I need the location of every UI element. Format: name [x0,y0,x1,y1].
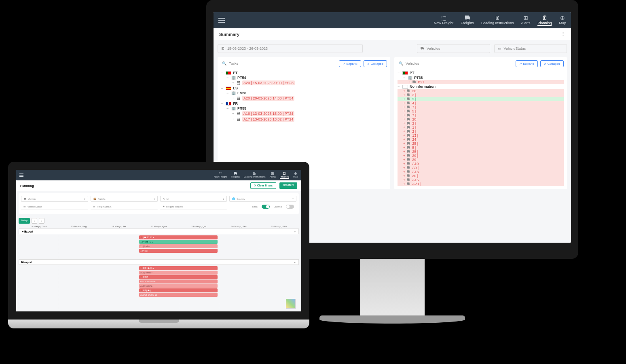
nav-freights[interactable]: ⛟Freights [231,171,240,179]
strict-toggle[interactable] [262,205,270,209]
nav-loading-instructions[interactable]: 🗎Loading Instructions [481,15,514,26]
tree-task[interactable]: +⛓ A20 | 20-03-2023 14:00 | PT54 [221,95,387,101]
search-icon: 🔍 [399,61,403,66]
menu-icon[interactable] [218,18,225,23]
tree-vehicle[interactable]: + A10 [398,162,564,166]
tree-location[interactable]: −🏢 PT54 [221,75,387,80]
tree-vehicle[interactable]: + 2 | [398,129,564,133]
calendar-event[interactable]: 📍 PT | ⛟ | [139,288,218,292]
tree-vehicle[interactable]: + 3 | [398,93,564,97]
import-section-header[interactable]: ▶ Import⌄ [19,259,299,265]
expand-button[interactable]: ↗ Expand [516,60,537,67]
tree-vehicle[interactable]: + 1 | [398,125,564,129]
tree-location[interactable]: −🏢 FR55 [221,106,387,111]
tree-country[interactable]: − ES [221,86,387,91]
tree-task[interactable]: +⛓ A17 | 13-03-2023 13:02 | PT24 [221,116,387,122]
tree-vehicle[interactable]: + 5 | [398,109,564,113]
calendar-event[interactable]: A11 | harhar -- [139,271,218,275]
vehicles-filter[interactable]: Vehicles [417,44,490,53]
nav-new-freight[interactable]: ⬚New Freight [434,15,454,26]
tree-task[interactable]: +⛓ A20 | 15-03-2023 20:00 | ES28 [221,80,387,86]
vehicles-search[interactable]: 🔍Vehicles [398,60,513,67]
tree-vehicle[interactable]: + 5 | [398,146,564,150]
calendar-event[interactable]: A10 US-DE DE 10 [139,293,218,297]
nav-loading-instructions[interactable]: 🗎Loading Instructions [244,171,266,179]
date-range-input[interactable]: 🗓 15-03-2023 - 26-03-2023 [218,44,363,53]
calendar-event[interactable]: ● PT | ⛟ | ↓ ● [139,240,218,244]
tree-vehicle[interactable]: + B21 [398,80,564,84]
menu-icon[interactable] [19,174,23,177]
map-thumbnail[interactable] [286,299,296,309]
calendar-event[interactable]: 📍 ES | ⛟ | | ● [139,266,218,270]
tree-vehicle[interactable]: + 7 | [398,105,564,109]
next-button[interactable]: › [39,218,44,224]
vehicle-filter[interactable]: ⛟Vehicle▾ [21,196,88,202]
calendar-event[interactable]: 📍 | ⛟ 25 25 ● [139,235,218,239]
tasks-search[interactable]: 🔍Tasks [221,60,336,67]
tree-vehicle[interactable]: + 29 [398,158,564,162]
tree-vehicle[interactable]: + 2 | [398,97,564,101]
tree-vehicle[interactable]: + A13 [398,170,564,174]
tree-task[interactable]: +⛓ A16 | 13-03-2023 15:00 | PT24 [221,111,387,116]
tree-vehicle[interactable]: + 2 | [398,121,564,125]
collapse-button[interactable]: ↙ Collapse [540,60,564,67]
prev-button[interactable]: ‹ [32,218,37,224]
expand-button[interactable]: ↗ Expand [339,60,361,67]
calendar-day-header: 19 Março, Dom [19,225,59,228]
calendar-day-header: 20 Março, Seg [59,225,99,228]
calendar-event[interactable]: ● PT ☐ | [139,249,218,253]
nav-map[interactable]: ⊕Map [559,15,566,26]
nav-planning[interactable]: 🗓Planning [537,15,552,26]
tree-vehicle[interactable]: + 29 | [398,154,564,158]
tree-vehicle[interactable]: + A20 | [398,182,564,186]
tree-group[interactable]: − No information [398,84,564,89]
calendar-toolbar: Today ‹ › [16,216,301,225]
vehicle-status-filter[interactable]: ▭VehicleStatus [21,203,88,210]
tree-country[interactable]: − PT [221,70,387,75]
id-filter[interactable]: ✎Id▾ [160,196,227,202]
tree-location[interactable]: −🏢 ES28 [221,91,387,95]
tree-country[interactable]: − FR [221,101,387,106]
calendar-event[interactable]: 11 | harhar [139,244,218,248]
freight-filter[interactable]: 📦Freight▾ [91,196,158,202]
topbar: ⬚New Freight ⛟Freights 🗎Loading Instruct… [214,12,571,28]
nav-freights[interactable]: ⛟Freights [461,15,474,26]
export-section-header[interactable]: ▼ Export⌄ [19,229,299,234]
tree-vehicle[interactable]: + A15 [398,178,564,182]
tree-vehicle[interactable]: + 20 [398,117,564,121]
nav-alerts[interactable]: ⊞Alerts [521,15,530,26]
tree-vehicle[interactable]: + 25 | [398,150,564,154]
filters-card: ⛟Vehicle▾ 📦Freight▾ ✎Id▾ 🌐Country▾ ▭Vehi… [19,193,299,214]
tree-vehicle[interactable]: + 25 | [398,142,564,146]
nav-new-freight[interactable]: ⬚New Freight [214,171,227,179]
tree-vehicle[interactable]: + 26 [398,89,564,93]
collapse-button[interactable]: ↙ Collapse [364,60,387,67]
freight-flexdate-filter[interactable]: ⚑FreightFlexDate [160,203,227,210]
tree-vehicle[interactable]: + 4 | [398,101,564,105]
tree-vehicle[interactable]: + A0 | [398,166,564,170]
tasks-tree: − PT−🏢 PT54+⛓ A20 | 15-03-2023 20:00 | E… [221,70,387,122]
tree-vehicle[interactable]: + 24 [398,138,564,142]
page-header: Planning ✕ Clear filters Create ▾ [16,180,301,191]
nav-planning[interactable]: 🗓Planning [280,171,289,179]
tree-vehicle[interactable]: + 13 | [398,133,564,138]
calendar-event[interactable]: A10 | hahaha [139,284,218,288]
nav-alerts[interactable]: ⊞Alerts [270,171,276,179]
search-icon: 🔍 [222,61,226,66]
clear-filters-button[interactable]: ✕ Clear filters [250,182,276,189]
country-filter[interactable]: 🌐Country▾ [229,196,296,202]
nav-map[interactable]: ⊕Map [293,171,298,179]
tree-country[interactable]: − PT [398,70,564,75]
calendar-day-header: 21 Março, Ter [99,225,139,228]
tree-vehicle[interactable]: + 7 | [398,113,564,117]
tree-vehicle[interactable]: + 30 | [398,174,564,178]
more-icon[interactable]: ⋮ [561,32,565,37]
calendar-event[interactable]: US-DE DE PT54 [139,279,218,284]
expand-toggle[interactable] [286,205,294,209]
freight-status-filter[interactable]: ▭FreightStatus [91,203,158,210]
create-button[interactable]: Create ▾ [279,182,297,189]
today-button[interactable]: Today [19,218,30,224]
calendar-event[interactable]: 📍 FR ☐ | [139,275,218,279]
tree-location[interactable]: −🏢 PT38 [398,75,564,80]
vehicle-status-filter[interactable]: ▭ VehicleStatus [494,44,567,53]
